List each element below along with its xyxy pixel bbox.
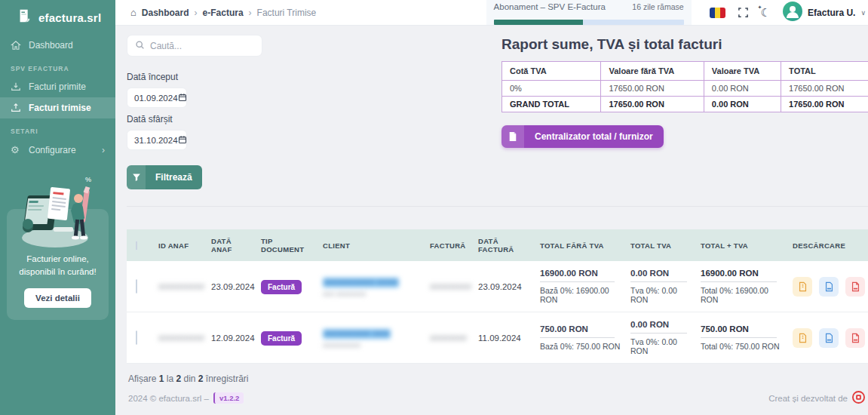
svg-text:%: % bbox=[85, 176, 91, 183]
client-name-redacted: ############ ##### bbox=[323, 278, 399, 287]
app-logo[interactable]: efactura.srl bbox=[0, 0, 115, 35]
report-header: Cotă TVA bbox=[502, 62, 601, 81]
id-anaf-redacted: ########## bbox=[154, 334, 207, 343]
romania-flag-icon[interactable] bbox=[710, 8, 725, 18]
funnel-icon bbox=[127, 165, 146, 189]
chevron-down-icon: ∨ bbox=[860, 9, 866, 17]
col-tip-document: TIP DOCUMENT bbox=[256, 229, 318, 261]
download-actions bbox=[788, 277, 868, 297]
sidebar-item-dashboard[interactable]: Dashboard bbox=[0, 35, 115, 56]
date-end-label: Dată sfârșit bbox=[127, 114, 501, 124]
report-header: Valoare TVA bbox=[704, 62, 781, 81]
client-name-redacted: ########### #### bbox=[323, 329, 391, 339]
client-cif-redacted: ### ######## bbox=[323, 290, 421, 298]
breadcrumb-current: Facturi Trimise bbox=[257, 8, 317, 18]
breadcrumb: ⌂ Dashboard › e-Factura › Facturi Trimis… bbox=[130, 8, 316, 18]
sidebar: efactura.srl Dashboard SPV EFACTURA Fact… bbox=[0, 0, 115, 415]
developer-logo[interactable] bbox=[852, 391, 865, 405]
gear-icon: ⚙ bbox=[11, 144, 22, 155]
breadcrumb-efactura[interactable]: e-Factura bbox=[203, 8, 244, 18]
total-tva-cell: 0.00 RON Tva 0%: 0.00 RON bbox=[626, 269, 696, 304]
subscription-days-left: 16 zile rămase bbox=[632, 2, 683, 11]
topbar: ⌂ Dashboard › e-Factura › Facturi Trimis… bbox=[115, 0, 868, 26]
breadcrumb-dashboard[interactable]: Dashboard bbox=[142, 8, 189, 18]
promo-details-button[interactable]: Vezi detalii bbox=[24, 288, 91, 308]
date-start-input[interactable]: 01.09.2024 bbox=[127, 88, 187, 108]
subscription-progress-fill bbox=[494, 20, 583, 25]
download-pdf-button[interactable] bbox=[845, 277, 865, 297]
upload-tray-icon bbox=[11, 103, 22, 113]
footer: 2024 © efactura.srl – v1.2.2 Creat și de… bbox=[127, 391, 868, 415]
avatar bbox=[783, 2, 802, 24]
row-checkbox[interactable] bbox=[136, 279, 137, 294]
user-menu[interactable]: Efactura U. ∨ bbox=[783, 2, 866, 24]
download-zip-button[interactable] bbox=[793, 328, 812, 348]
sidebar-item-configurare[interactable]: ⚙ Configurare › bbox=[0, 139, 115, 161]
search-input[interactable] bbox=[150, 41, 254, 51]
data-factura: 23.09.2024 bbox=[474, 282, 535, 291]
content: Dată început 01.09.2024 Dată sfârșit 31.… bbox=[115, 26, 868, 415]
download-pdf-button[interactable] bbox=[845, 328, 865, 348]
main-area: ⌂ Dashboard › e-Factura › Facturi Trimis… bbox=[115, 0, 868, 415]
topbar-icons: ✦☾ Efactura U. ∨ bbox=[710, 2, 866, 24]
client-cell[interactable]: ############ ##### ### ######## bbox=[318, 275, 425, 298]
report-panel: Raport sume, TVA și total facturi Cotă T… bbox=[501, 35, 868, 189]
date-start-label: Dată început bbox=[127, 72, 501, 82]
factura-redacted: ######### bbox=[425, 282, 474, 291]
client-cell[interactable]: ########### #### ########## bbox=[318, 326, 425, 349]
calendar-icon bbox=[178, 135, 187, 146]
section-divider bbox=[127, 206, 868, 207]
breadcrumb-separator: › bbox=[249, 8, 252, 18]
date-end-input[interactable]: 31.10.2024 bbox=[127, 130, 187, 150]
sidebar-section-spv: SPV EFACTURA bbox=[0, 56, 115, 76]
invoice-table: ID ANAF DATĂ ANAF TIP DOCUMENT CLIENT FA… bbox=[127, 229, 868, 364]
download-zip-button[interactable] bbox=[793, 277, 812, 297]
invoice-table-header: ID ANAF DATĂ ANAF TIP DOCUMENT CLIENT FA… bbox=[127, 229, 868, 261]
col-client: CLIENT bbox=[318, 234, 425, 257]
version-badge: v1.2.2 bbox=[213, 392, 244, 404]
promo-card: % Facturier online, disponibil în curând… bbox=[7, 209, 109, 320]
chevron-right-icon: › bbox=[102, 145, 105, 155]
data-anaf: 12.09.2024 bbox=[207, 334, 256, 343]
total-fara-tva-cell: 16900.00 RON Bază 0%: 16900.00 RON bbox=[535, 269, 626, 304]
report-header: TOTAL bbox=[781, 62, 868, 81]
fullscreen-icon[interactable] bbox=[738, 7, 749, 18]
breadcrumb-separator: › bbox=[195, 8, 198, 18]
data-anaf: 23.09.2024 bbox=[207, 282, 256, 291]
select-all-checkbox[interactable] bbox=[136, 241, 137, 251]
logo-text: efactura.srl bbox=[38, 11, 101, 24]
sidebar-item-label: Facturi primite bbox=[29, 81, 86, 92]
sidebar-item-facturi-trimise[interactable]: Facturi trimise bbox=[0, 97, 115, 118]
user-name: Efactura U. bbox=[808, 8, 855, 18]
subscription-widget: Abonament – SPV E-Factura 16 zile rămase bbox=[486, 0, 692, 25]
sidebar-item-label: Configurare bbox=[29, 145, 76, 155]
download-xml-button[interactable] bbox=[819, 277, 839, 297]
client-cif-redacted: ########## bbox=[323, 342, 421, 349]
subscription-label: Abonament – SPV E-Factura bbox=[494, 2, 606, 11]
col-descarcare: DESCĂRCARE bbox=[788, 234, 868, 257]
document-type-badge: Factură bbox=[261, 280, 302, 294]
filter-button[interactable]: Filtrează bbox=[127, 165, 202, 189]
sidebar-item-facturi-primite[interactable]: Facturi primite bbox=[0, 76, 115, 97]
table-row: ########## 23.09.2024 Factură ##########… bbox=[127, 261, 868, 312]
total-tva-cell: 0.00 RON Tva 0%: 0.00 RON bbox=[626, 320, 696, 355]
document-type-badge: Factură bbox=[261, 331, 302, 346]
document-icon bbox=[501, 125, 524, 148]
col-data-anaf: DATĂ ANAF bbox=[207, 229, 256, 261]
centralizator-button[interactable]: Centralizator total / furnizor bbox=[501, 125, 664, 148]
total-plus-tva-cell: 750.00 RON Total 0%: 750.00 RON bbox=[696, 324, 788, 351]
col-factura: FACTURĂ bbox=[425, 234, 474, 257]
download-xml-button[interactable] bbox=[819, 328, 839, 348]
factura-redacted: ######## bbox=[425, 334, 474, 343]
invoicing-illustration: % bbox=[16, 173, 100, 254]
row-checkbox[interactable] bbox=[136, 330, 137, 345]
dark-mode-icon[interactable]: ✦☾ bbox=[761, 7, 771, 18]
total-fara-tva-cell: 750.00 RON Bază 0%: 750.00 RON bbox=[535, 324, 626, 351]
col-data-factura: DATĂ FACTURĂ bbox=[474, 229, 535, 261]
total-plus-tva-cell: 16900.00 RON Total 0%: 16900.00 RON bbox=[696, 269, 788, 304]
report-grand-total-row: GRAND TOTAL17650.00 RON 0.00 RON17650.00… bbox=[502, 97, 868, 112]
sidebar-item-label: Dashboard bbox=[29, 40, 73, 51]
promo-text: Facturier online, disponibil în curând! bbox=[13, 253, 103, 279]
col-total-plus-tva: TOTAL + TVA bbox=[696, 234, 788, 257]
id-anaf-redacted: ########## bbox=[154, 282, 207, 291]
